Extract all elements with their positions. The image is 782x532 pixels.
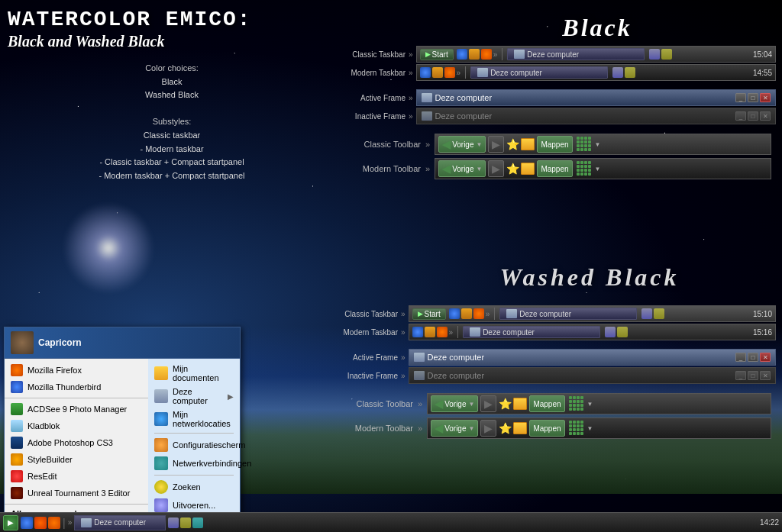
- star-icon[interactable]: ⭐: [506, 138, 519, 150]
- washed-inactive-max[interactable]: □: [748, 371, 758, 380]
- black-active-frame-bar[interactable]: Deze computer _ □ ✕: [416, 89, 776, 106]
- washed-start-button[interactable]: ▶ Start: [412, 308, 446, 320]
- washed-view-dropdown[interactable]: ▼: [587, 401, 593, 408]
- bt-thunder-icon[interactable]: [34, 517, 47, 529]
- sm-item-photoshop[interactable]: Adobe Photoshop CS3: [5, 434, 148, 451]
- sm-item-unreal[interactable]: Unreal Tournament 3 Editor: [5, 485, 148, 501]
- washed-close[interactable]: ✕: [760, 353, 771, 362]
- bt-more-icon[interactable]: »: [68, 518, 73, 527]
- washed-firefox-icon[interactable]: [473, 308, 484, 319]
- bottom-taskbar[interactable]: ▶ | » Deze computer 14:22: [0, 512, 782, 532]
- washed-modern-back-dd[interactable]: ▼: [468, 425, 474, 432]
- washed-view-button[interactable]: [569, 396, 584, 411]
- sm-right-netconn[interactable]: Netwerkverbindingen: [148, 454, 240, 472]
- washed-taskbar-window[interactable]: Deze computer: [499, 308, 637, 320]
- washed-modern-view-dd[interactable]: ▼: [587, 425, 593, 432]
- sm-item-firefox[interactable]: Mozilla Firefox: [5, 362, 148, 379]
- start-button[interactable]: ▶ Start: [420, 49, 454, 60]
- folder-toolbar-icon[interactable]: [521, 138, 535, 150]
- view-button[interactable]: [577, 137, 592, 152]
- firefox-icon[interactable]: [481, 49, 492, 60]
- washed-more-icon[interactable]: »: [486, 310, 490, 318]
- modern-more-icon[interactable]: »: [457, 69, 461, 77]
- washed-modern-toolbar-bar[interactable]: ◀ Vorige ▼ ▶ ⭐ Mappen: [427, 418, 771, 439]
- washed-folder-icon[interactable]: [461, 308, 472, 319]
- bt-start-button[interactable]: ▶: [3, 515, 18, 530]
- folder-icon[interactable]: [469, 49, 480, 60]
- washed-folders-button[interactable]: Mappen: [529, 395, 564, 412]
- black-modern-toolbar-bar[interactable]: ◀ Vorige ▼ ▶ ⭐ Mappen: [435, 158, 771, 179]
- folders-button[interactable]: Mappen: [537, 136, 572, 153]
- sm-item-thunderbird[interactable]: Mozilla Thunderbird: [5, 379, 148, 395]
- washed-active-frame-bar[interactable]: Deze computer _ □ ✕: [409, 349, 776, 366]
- taskbar-window-button[interactable]: Deze computer: [507, 48, 645, 60]
- back-dropdown-icon[interactable]: ▼: [476, 141, 482, 148]
- sm-right-computer[interactable]: Deze computer ▶: [148, 385, 240, 408]
- washed-classic-toolbar-bar[interactable]: ◀ Vorige ▼ ▶ ⭐ Mappen: [427, 393, 771, 414]
- washed-modern-taskbar[interactable]: » Deze computer 15:16: [409, 324, 776, 340]
- back-button[interactable]: ◀ Vorige ▼: [438, 136, 486, 153]
- ie-icon[interactable]: [457, 49, 467, 60]
- sm-item-resedit[interactable]: ResEdit: [5, 468, 148, 485]
- view-dropdown-icon[interactable]: ▼: [595, 141, 601, 148]
- washed-inactive-close[interactable]: ✕: [760, 371, 771, 380]
- bt-window-button[interactable]: Deze computer: [74, 515, 166, 530]
- washed-classic-taskbar[interactable]: ▶ Start » Deze computer: [409, 305, 776, 322]
- washed-modern-folder-icon[interactable]: [425, 327, 435, 337]
- modern-folder-icon[interactable]: [521, 163, 535, 175]
- black-classic-taskbar[interactable]: ▶ Start » Deze computer: [416, 46, 776, 63]
- black-inactive-frame-bar[interactable]: Deze computer _ □ ✕: [416, 108, 776, 124]
- washed-modern-ie-icon[interactable]: [412, 327, 423, 337]
- washed-modern-more-icon[interactable]: »: [449, 328, 454, 337]
- washed-inactive-min[interactable]: _: [735, 371, 746, 380]
- washed-star-icon[interactable]: ⭐: [499, 398, 511, 410]
- washed-modern-back[interactable]: ◀ Vorige ▼: [431, 420, 478, 437]
- washed-ie-icon[interactable]: [449, 308, 460, 319]
- start-menu[interactable]: Capricorn Mozilla Firefox Mozilla Thunde…: [4, 327, 241, 532]
- modern-view-button[interactable]: [577, 161, 592, 176]
- minimize-button[interactable]: _: [735, 93, 746, 102]
- black-classic-toolbar-bar[interactable]: ◀ Vorige ▼ ▶ ⭐ Mappen: [435, 134, 771, 155]
- more-icon[interactable]: »: [493, 50, 498, 59]
- sm-item-notepad[interactable]: Kladblok: [5, 418, 148, 434]
- sm-right-documents[interactable]: Mijn documenten: [148, 362, 240, 385]
- inactive-close[interactable]: ✕: [760, 111, 771, 121]
- inactive-maximize[interactable]: □: [748, 111, 758, 121]
- modern-ie-icon[interactable]: [420, 67, 431, 78]
- washed-folder-toolbar-icon[interactable]: [513, 398, 527, 410]
- washed-minimize[interactable]: _: [735, 353, 746, 362]
- washed-modern-star[interactable]: ⭐: [499, 422, 511, 434]
- modern-star-icon[interactable]: ⭐: [506, 163, 519, 175]
- modern-forward-button[interactable]: ▶: [488, 160, 504, 177]
- modern-taskbar-window[interactable]: Deze computer: [470, 66, 608, 79]
- washed-forward-button[interactable]: ▶: [480, 395, 496, 412]
- washed-maximize[interactable]: □: [748, 353, 758, 362]
- washed-modern-view[interactable]: [569, 421, 584, 436]
- washed-modern-window[interactable]: Deze computer: [463, 326, 600, 338]
- washed-modern-folder-icon[interactable]: [513, 422, 527, 434]
- sm-right-search[interactable]: Zoeken: [148, 478, 240, 496]
- washed-modern-forward[interactable]: ▶: [480, 420, 496, 437]
- modern-back-dropdown[interactable]: ▼: [476, 166, 482, 172]
- sm-right-network[interactable]: Mijn netwerklocaties: [148, 408, 240, 430]
- modern-folder-icon[interactable]: [432, 67, 443, 78]
- black-modern-taskbar[interactable]: » Deze computer 14:55: [416, 64, 776, 81]
- washed-inactive-frame-bar[interactable]: Deze computer _ □ ✕: [409, 367, 776, 384]
- maximize-button[interactable]: □: [748, 93, 758, 102]
- washed-modern-folders[interactable]: Mappen: [529, 420, 564, 437]
- sm-item-acdsee[interactable]: ACDSee 9 Photo Manager: [5, 401, 148, 418]
- modern-back-button[interactable]: ◀ Vorige ▼: [438, 160, 486, 177]
- washed-back-button[interactable]: ◀ Vorige ▼: [431, 395, 478, 412]
- bt-fox-icon[interactable]: [48, 517, 60, 529]
- bt-globe-icon[interactable]: [21, 517, 33, 529]
- close-button[interactable]: ✕: [760, 93, 771, 102]
- washed-back-dropdown[interactable]: ▼: [468, 401, 474, 408]
- inactive-minimize[interactable]: _: [735, 111, 746, 121]
- sm-item-stylebuilder[interactable]: StyleBuilder: [5, 451, 148, 468]
- modern-folders-button[interactable]: Mappen: [537, 160, 572, 177]
- modern-view-dropdown[interactable]: ▼: [595, 166, 601, 172]
- forward-button[interactable]: ▶: [488, 136, 504, 153]
- modern-firefox-icon[interactable]: [444, 67, 455, 78]
- washed-modern-firefox-icon[interactable]: [437, 327, 448, 337]
- sm-right-control[interactable]: Configuratiescherm: [148, 436, 240, 454]
